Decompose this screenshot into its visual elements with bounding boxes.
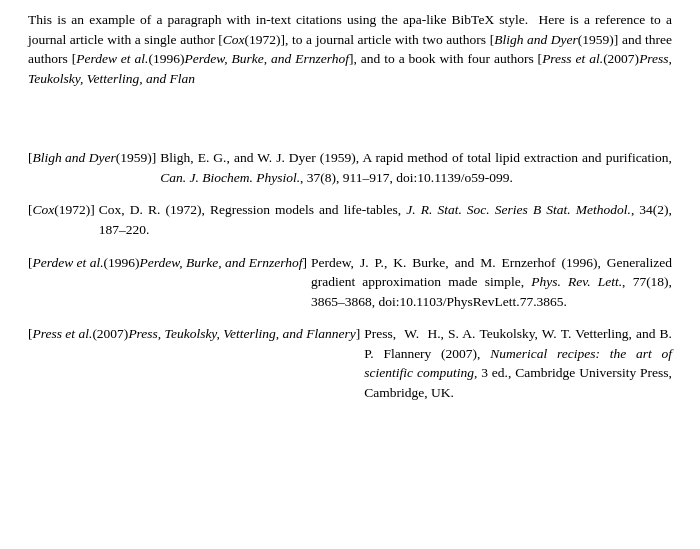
- ref-entry-bligh: [Bligh and Dyer(1959)] Bligh, E. G., and…: [28, 148, 672, 187]
- citation-cox: Cox: [223, 32, 245, 47]
- citation-perdew: Perdew et al.: [76, 51, 148, 66]
- citation-press: Press et al.: [542, 51, 603, 66]
- ref-content-cox: Cox, D. R. (1972), Regression models and…: [99, 200, 672, 239]
- citation-bligh: Bligh and Dyer: [494, 32, 578, 47]
- ref-content-perdew: Perdew, J. P., K. Burke, and M. Ernzerho…: [311, 253, 672, 312]
- page: This is an example of a paragraph with i…: [0, 0, 700, 549]
- ref-entry-perdew: [Perdew et al.(1996)Perdew, Burke, and E…: [28, 253, 672, 312]
- ref-entry-press: [Press et al.(2007)Press, Teukolsky, Vet…: [28, 324, 672, 402]
- intro-paragraph: This is an example of a paragraph with i…: [28, 10, 672, 88]
- references-section: [Bligh and Dyer(1959)] Bligh, E. G., and…: [28, 148, 672, 402]
- ref-entry-cox: [Cox(1972)] Cox, D. R. (1972), Regressio…: [28, 200, 672, 239]
- ref-key-cox: [Cox(1972)]: [28, 200, 95, 220]
- ref-key-perdew: [Perdew et al.(1996)Perdew, Burke, and E…: [28, 253, 307, 273]
- ref-key-bligh: [Bligh and Dyer(1959)]: [28, 148, 156, 168]
- ref-content-bligh: Bligh, E. G., and W. J. Dyer (1959), A r…: [160, 148, 672, 187]
- ref-key-press: [Press et al.(2007)Press, Teukolsky, Vet…: [28, 324, 360, 344]
- ref-content-press: Press, W. H., S. A. Teukolsky, W. T. Vet…: [364, 324, 672, 402]
- citation-perdew-full: Perdew, Burke, and Ernzerhof: [184, 51, 349, 66]
